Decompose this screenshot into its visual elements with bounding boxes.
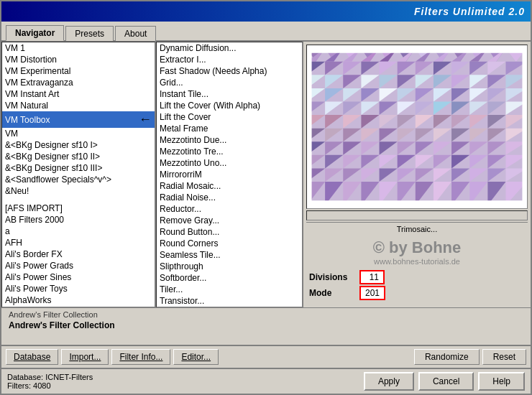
list-item[interactable]: Metal Frame <box>157 123 302 134</box>
list-item[interactable]: VM Extravaganza <box>2 77 155 88</box>
watermark-line2: www.bohnes-tutorials.de <box>309 257 525 266</box>
list-item[interactable]: Round Corners <box>157 238 302 249</box>
list-item[interactable]: &<BKg Designer sf10 II> <box>2 151 155 162</box>
filters-status-value: 4080 <box>33 381 50 390</box>
right-panel: Trimosaic... © by Bohne www.bohnes-tutor… <box>303 42 531 307</box>
status-info: Database: ICNET-Filters Filters: 4080 <box>7 373 364 390</box>
list-item[interactable]: Transistor... <box>157 295 302 307</box>
list-item[interactable]: Ali's Power Sines <box>2 271 155 283</box>
import-button[interactable]: Import... <box>61 349 109 365</box>
list-item[interactable]: Mezzotinto Tre... <box>157 146 302 157</box>
list-item[interactable]: &<BKg Designer sf10 III> <box>2 162 155 174</box>
left-panel: VM 1 VM Distortion VM Experimental VM Ex… <box>1 42 156 307</box>
list-item[interactable]: MirrororriM <box>157 169 302 180</box>
list-item[interactable]: VM 1 <box>2 42 155 54</box>
collection-area: Andrew's Filter Collection Andrew's Filt… <box>1 307 531 345</box>
tab-about[interactable]: About <box>115 26 156 41</box>
list-item[interactable]: Seamless Tile... <box>157 249 302 261</box>
bottom-toolbar: Database Import... Filter Info... Editor… <box>1 345 531 368</box>
list-item <box>2 197 155 203</box>
list-item[interactable]: &<Sandflower Specials^v^> <box>2 174 155 185</box>
list-item[interactable]: a <box>2 226 155 237</box>
list-item-vm-toolbox[interactable]: VM Toolbox ← <box>2 111 155 128</box>
reset-button[interactable]: Reset <box>482 349 526 365</box>
randomize-button[interactable]: Randomize <box>414 349 480 365</box>
list-item[interactable]: Dynamic Diffusion... <box>157 42 302 54</box>
filters-status-label: Filters: <box>7 381 31 390</box>
app-title: Filters Unlimited 2.0 <box>414 6 525 17</box>
list-item[interactable]: Grid... <box>157 77 302 88</box>
list-item[interactable]: [AFS IMPORT] <box>2 203 155 214</box>
help-button[interactable]: Help <box>478 372 525 391</box>
database-status-value: ICNET-Filters <box>45 373 93 381</box>
list-item[interactable]: &<BKg Designer sf10 I> <box>2 139 155 151</box>
list-item[interactable]: VM Instant Art <box>2 88 155 100</box>
preview-scrollbar[interactable] <box>306 210 528 220</box>
main-content-area: VM 1 VM Distortion VM Experimental VM Ex… <box>1 42 531 307</box>
list-item[interactable]: AFH <box>2 237 155 248</box>
database-button[interactable]: Database <box>6 349 58 365</box>
params-area: © by Bohne www.bohnes-tutorials.de Divis… <box>306 236 528 305</box>
list-item[interactable]: Ali's Border FX <box>2 248 155 260</box>
list-item[interactable]: Andrew's Filter Collection 55 <box>2 306 155 307</box>
filter-groups-container: VM 1 VM Distortion VM Experimental VM Ex… <box>1 42 155 307</box>
list-item[interactable]: Fast Shadow (Needs Alpha) <box>157 65 302 77</box>
filter-info-button[interactable]: Filter Info... <box>111 349 170 365</box>
arrow-icon: ← <box>139 112 152 127</box>
divisions-label: Divisions <box>309 272 359 282</box>
filter-names-list[interactable]: Dynamic Diffusion... Extractor I... Fast… <box>156 42 303 307</box>
list-item[interactable]: Radial Mosaic... <box>157 180 302 192</box>
status-bar: Database: ICNET-Filters Filters: 4080 Ap… <box>1 368 531 394</box>
list-item[interactable]: Round Button... <box>157 226 302 238</box>
list-item[interactable]: Reductor... <box>157 203 302 215</box>
list-item[interactable]: Remove Gray... <box>157 215 302 226</box>
mode-value: 201 <box>359 286 385 300</box>
database-status-label: Database: <box>7 373 43 381</box>
preview-area <box>306 45 528 209</box>
list-item[interactable]: Slipthrough <box>157 261 302 272</box>
preview-image <box>307 45 527 208</box>
cancel-button[interactable]: Cancel <box>418 372 474 391</box>
list-item[interactable]: Tiler... <box>157 284 302 295</box>
list-item[interactable]: &Neu! <box>2 185 155 197</box>
watermark-line1: © by Bohne <box>309 238 525 257</box>
divisions-value: 11 <box>359 270 385 284</box>
tab-presets[interactable]: Presets <box>65 26 114 41</box>
preview-label: Trimosaic... <box>306 222 528 236</box>
list-item[interactable]: Instant Tile... <box>157 88 302 100</box>
list-item[interactable]: Lift the Cover (With Alpha) <box>157 100 302 111</box>
list-item[interactable]: VM Experimental <box>2 65 155 77</box>
list-item[interactable]: VM <box>2 128 155 139</box>
filter-groups-list[interactable]: VM 1 VM Distortion VM Experimental VM Ex… <box>1 42 155 307</box>
mode-label: Mode <box>309 288 359 298</box>
list-item[interactable]: Lift the Cover <box>157 111 302 123</box>
list-item[interactable]: Softborder... <box>157 272 302 284</box>
editor-button[interactable]: Editor... <box>173 349 219 365</box>
tab-navigator[interactable]: Navigator <box>6 25 64 41</box>
apply-button[interactable]: Apply <box>364 372 414 391</box>
tab-bar: Navigator Presets About <box>1 22 531 42</box>
list-item[interactable]: Mezzotinto Due... <box>157 134 302 146</box>
list-item[interactable]: VM Natural <box>2 100 155 111</box>
action-buttons: Apply Cancel Help <box>364 372 525 391</box>
list-item[interactable]: Radial Noise... <box>157 192 302 203</box>
list-item[interactable]: Mezzotinto Uno... <box>157 157 302 169</box>
collection-label-1: Andrew's Filter Collection <box>6 310 526 320</box>
list-item[interactable]: Extractor I... <box>157 54 302 65</box>
list-item[interactable]: Ali's Power Toys <box>2 283 155 294</box>
list-item[interactable]: Ali's Power Grads <box>2 260 155 271</box>
title-bar: Filters Unlimited 2.0 <box>1 1 531 22</box>
middle-panel: Dynamic Diffusion... Extractor I... Fast… <box>156 42 303 307</box>
filter-name-label: Trimosaic... <box>397 225 437 233</box>
list-item[interactable]: AB Filters 2000 <box>2 214 155 226</box>
list-item[interactable]: VM Distortion <box>2 54 155 65</box>
main-window: Filters Unlimited 2.0 Navigator Presets … <box>0 0 532 395</box>
list-item[interactable]: AlphaWorks <box>2 294 155 306</box>
collection-label-2: Andrew's Filter Collection <box>6 320 526 331</box>
divisions-row: Divisions 11 Mode 201 <box>309 269 385 302</box>
